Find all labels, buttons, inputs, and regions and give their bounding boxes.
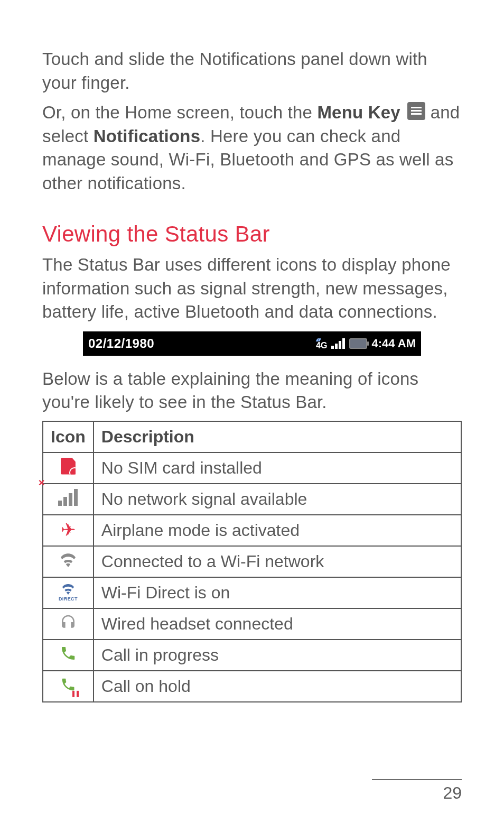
intro-paragraph-2: Or, on the Home screen, touch the Menu K… <box>42 101 462 195</box>
table-cell-desc: No SIM card installed <box>94 452 461 484</box>
call-hold-icon <box>60 678 76 696</box>
table-row: DIRECT Wi-Fi Direct is on <box>43 577 461 608</box>
table-row: No SIM card installed <box>43 452 461 484</box>
wifi-icon <box>59 552 77 571</box>
page-footer: 29 <box>372 779 462 803</box>
table-cell-desc: Wired headset connected <box>94 608 461 640</box>
table-intro: Below is a table explaining the meaning … <box>42 367 462 414</box>
intro-p2-bold-menu-key: Menu Key <box>317 103 400 122</box>
table-row: No network signal available <box>43 484 461 515</box>
status-bar-example: 02/12/1980 4G 4:44 AM <box>83 331 421 356</box>
no-signal-icon <box>58 489 78 506</box>
icon-description-table: Icon Description No SIM card installed N… <box>42 421 462 702</box>
section-intro: The Status Bar uses different icons to d… <box>42 253 462 324</box>
airplane-icon: ✈ <box>61 520 76 540</box>
table-cell-desc: Wi-Fi Direct is on <box>94 577 461 608</box>
table-header-icon: Icon <box>43 421 94 452</box>
page-number: 29 <box>372 783 462 803</box>
statusbar-time: 4:44 AM <box>371 337 416 350</box>
call-icon <box>60 646 77 665</box>
statusbar-date: 02/12/1980 <box>88 336 154 351</box>
table-row: Connected to a Wi-Fi network <box>43 546 461 577</box>
headset-icon <box>60 615 77 634</box>
table-cell-desc: Call in progress <box>94 640 461 671</box>
table-row: Wired headset connected <box>43 608 461 640</box>
table-cell-desc: No network signal available <box>94 484 461 515</box>
table-cell-desc: Airplane mode is activated <box>94 515 461 546</box>
wifi-direct-label: DIRECT <box>59 597 78 602</box>
table-row: ✈ Airplane mode is activated <box>43 515 461 546</box>
statusbar-4g-icon: 4G <box>316 337 327 350</box>
table-cell-desc: Call on hold <box>94 671 461 702</box>
section-heading: Viewing the Status Bar <box>42 221 462 247</box>
intro-p2-bold-notifications: Notifications <box>94 126 200 146</box>
menu-key-icon <box>407 102 425 120</box>
table-row: Call in progress <box>43 640 461 671</box>
table-header-description: Description <box>94 421 461 452</box>
table-header-row: Icon Description <box>43 421 461 452</box>
no-sim-icon <box>61 458 76 475</box>
table-row: Call on hold <box>43 671 461 702</box>
intro-paragraph-1: Touch and slide the Notifications panel … <box>42 48 462 95</box>
table-cell-desc: Connected to a Wi-Fi network <box>94 546 461 577</box>
statusbar-battery-icon <box>349 338 367 349</box>
wifi-direct-icon: DIRECT <box>45 584 91 602</box>
statusbar-signal-icon <box>331 338 345 349</box>
intro-p2-prefix: Or, on the Home screen, touch the <box>42 103 317 122</box>
